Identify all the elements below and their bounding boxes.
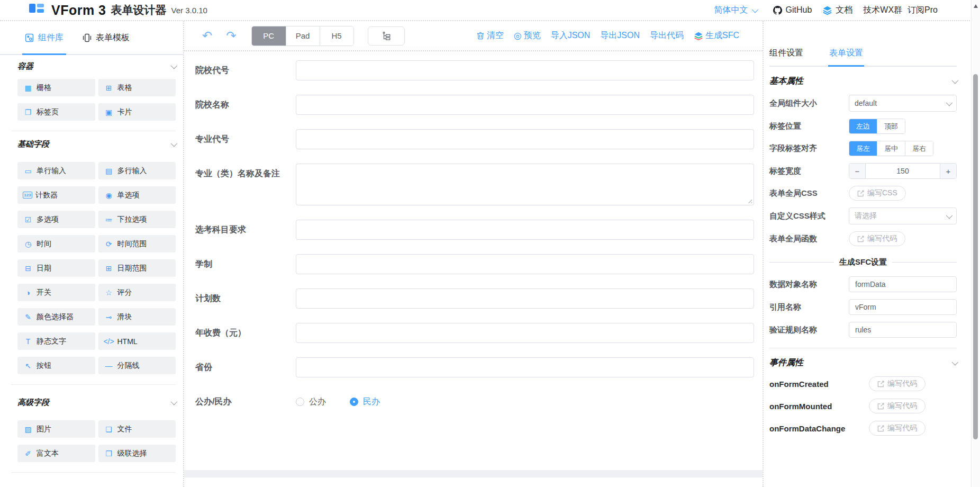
ref-name-input[interactable]: [849, 299, 957, 315]
form-field-row[interactable]: 计划数: [195, 288, 754, 309]
setting-label: 标签宽度: [769, 166, 849, 176]
preview-button[interactable]: ◎ 预览: [514, 30, 541, 41]
redo-icon[interactable]: ↷: [226, 30, 236, 42]
widget-textarea[interactable]: ▤多行输入: [98, 162, 176, 179]
device-h5-button[interactable]: H5: [320, 26, 353, 46]
global-size-select[interactable]: default: [849, 95, 957, 112]
widget-date[interactable]: ⊟日期: [17, 259, 95, 277]
text-input[interactable]: [296, 288, 754, 309]
color-picker-icon: ✎: [23, 313, 33, 321]
vertical-scrollbar[interactable]: [971, 0, 980, 487]
decrease-button[interactable]: −: [849, 164, 866, 178]
form-field-row[interactable]: 院校名称: [195, 95, 754, 115]
label-width-value[interactable]: 150: [866, 164, 940, 178]
text-input[interactable]: [296, 129, 754, 149]
setting-row-data-object: 数据对象名称: [769, 276, 957, 292]
write-css-button[interactable]: 编写CSS: [849, 186, 906, 201]
data-object-name-input[interactable]: [849, 276, 957, 292]
radio-option-public[interactable]: 公办: [296, 396, 326, 408]
widget-divider[interactable]: —分隔线: [98, 357, 176, 374]
chevron-down-icon[interactable]: [171, 62, 178, 69]
widget-picture-upload[interactable]: ▨图片: [17, 420, 95, 438]
chevron-down-icon[interactable]: [171, 399, 178, 405]
widget-time[interactable]: ◷时间: [17, 235, 95, 252]
text-input[interactable]: [296, 254, 754, 274]
subscribe-pro-link[interactable]: 订阅Pro: [908, 5, 938, 16]
widget-slider[interactable]: ⊸滑块: [98, 308, 176, 326]
form-field-row[interactable]: 学制: [195, 254, 754, 274]
form-field-row[interactable]: 院校代号: [195, 60, 754, 80]
widget-tab[interactable]: ❐标签页: [17, 103, 95, 121]
widget-number[interactable]: 123计数器: [17, 186, 95, 204]
github-link[interactable]: GitHub: [773, 5, 812, 15]
export-json-button[interactable]: 导出JSON: [600, 30, 640, 41]
text-input[interactable]: [296, 95, 754, 115]
widget-grid[interactable]: ▦栅格: [17, 79, 95, 96]
form-field-row[interactable]: 专业（类）名称及备注: [195, 164, 754, 205]
write-code-button[interactable]: 编写代码: [849, 231, 905, 246]
text-input[interactable]: [296, 323, 754, 343]
widget-color[interactable]: ✎颜色选择器: [17, 308, 95, 326]
widget-select[interactable]: ≔下拉选项: [98, 211, 176, 228]
widget-button[interactable]: ↖按钮: [17, 357, 95, 374]
text-input[interactable]: [296, 357, 754, 377]
widget-checkbox[interactable]: ☑多选项: [17, 211, 95, 228]
widget-card[interactable]: ▣卡片: [98, 103, 176, 121]
scrollbar-thumb[interactable]: [973, 74, 978, 439]
write-code-button[interactable]: 编写代码: [869, 399, 925, 413]
label-position-left-button[interactable]: 左边: [849, 119, 877, 133]
widget-rate[interactable]: ☆评分: [98, 284, 176, 301]
widget-html[interactable]: </>HTML: [98, 332, 176, 350]
form-field-row[interactable]: 公办/民办 公办 民办: [195, 392, 754, 412]
write-code-button[interactable]: 编写代码: [869, 421, 925, 436]
chevron-down-icon[interactable]: [171, 140, 178, 147]
tab-widget-library[interactable]: 组件库: [25, 21, 63, 54]
language-selector[interactable]: 简体中文: [714, 5, 757, 16]
widget-table[interactable]: ⊞表格: [98, 79, 176, 96]
widget-file-upload[interactable]: ❏文件: [98, 420, 176, 438]
widget-radio[interactable]: ◉单选项: [98, 186, 176, 204]
export-code-button[interactable]: 导出代码: [650, 30, 684, 41]
text-input[interactable]: [296, 220, 754, 240]
wx-group-link[interactable]: 技术WX群: [863, 5, 902, 16]
widget-time-range[interactable]: ⟳时间范围: [98, 235, 176, 252]
text-input[interactable]: [296, 60, 754, 80]
form-canvas[interactable]: 院校代号 院校名称 专业代号 专业（类）名称及备注 选考科目要求 学制 计划数: [184, 50, 763, 470]
align-center-button[interactable]: 居中: [877, 141, 905, 156]
radio-option-private[interactable]: 民办: [350, 396, 380, 408]
widget-date-range[interactable]: ⊞日期范围: [98, 259, 176, 277]
tab-widget-settings[interactable]: 组件设置: [769, 48, 803, 66]
widget-label: HTML: [117, 337, 138, 346]
widget-cascader[interactable]: ❒级联选择: [98, 445, 176, 462]
device-pc-button[interactable]: PC: [252, 26, 286, 46]
widget-rich-editor[interactable]: ✐富文本: [17, 445, 95, 462]
device-pad-button[interactable]: Pad: [286, 26, 320, 46]
field-label: 年收费（元）: [195, 323, 296, 343]
docs-link[interactable]: 文档: [822, 5, 852, 16]
tab-form-templates[interactable]: 表单模板: [83, 21, 130, 54]
form-field-row[interactable]: 专业代号: [195, 129, 754, 149]
node-tree-button[interactable]: [368, 26, 405, 46]
chevron-down-icon[interactable]: [952, 77, 959, 84]
undo-icon[interactable]: ↶: [202, 30, 212, 42]
import-json-button[interactable]: 导入JSON: [551, 30, 591, 41]
clear-button[interactable]: 清空: [476, 30, 504, 41]
generate-sfc-button[interactable]: 生成SFC: [694, 30, 739, 41]
widget-input[interactable]: ▭单行输入: [17, 162, 95, 179]
increase-button[interactable]: +: [940, 164, 956, 178]
write-code-button[interactable]: 编写代码: [869, 376, 925, 391]
textarea-input[interactable]: [296, 164, 754, 205]
tab-form-settings[interactable]: 表单设置: [829, 48, 863, 66]
chevron-down-icon[interactable]: [952, 359, 959, 366]
align-right-button[interactable]: 居右: [905, 141, 933, 156]
form-field-row[interactable]: 年收费（元）: [195, 323, 754, 343]
custom-css-select[interactable]: 请选择: [849, 208, 957, 224]
label-position-top-button[interactable]: 顶部: [877, 119, 905, 133]
align-left-button[interactable]: 居左: [849, 141, 877, 156]
widget-switch[interactable]: ◑开关: [17, 284, 95, 301]
scroll-up-icon[interactable]: [974, 4, 978, 8]
rules-name-input[interactable]: [849, 322, 957, 338]
form-field-row[interactable]: 省份: [195, 357, 754, 377]
form-field-row[interactable]: 选考科目要求: [195, 220, 754, 240]
widget-static-text[interactable]: T静态文字: [17, 332, 95, 350]
